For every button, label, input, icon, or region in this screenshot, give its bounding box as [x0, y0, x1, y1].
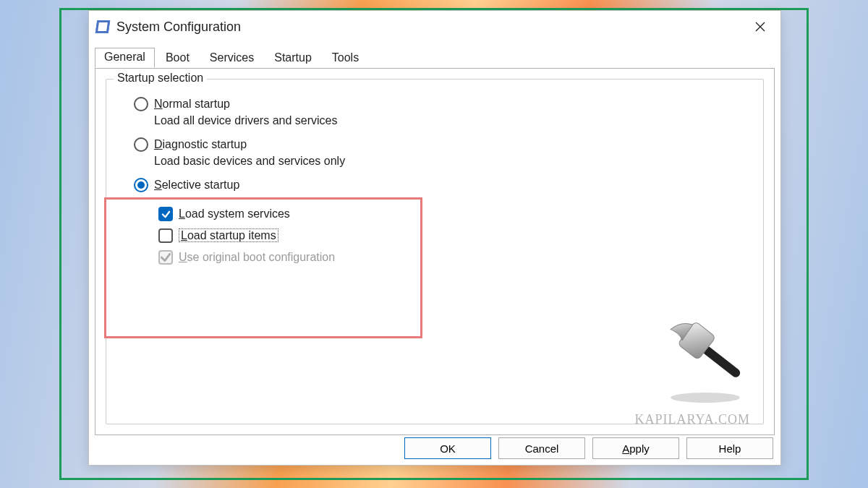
group-startup-selection: Startup selection Normal startup Load al…	[106, 79, 764, 424]
tab-services[interactable]: Services	[200, 48, 263, 68]
tab-panel-general: Startup selection Normal startup Load al…	[95, 68, 775, 435]
radio-icon	[134, 97, 148, 111]
system-configuration-window: System Configuration General Boot Servic…	[88, 10, 781, 466]
radio-icon	[134, 137, 148, 152]
tab-startup[interactable]: Startup	[265, 48, 321, 68]
radio-icon	[134, 178, 148, 192]
ok-button[interactable]: OK	[404, 437, 491, 459]
checkbox-label: Load system services	[179, 207, 290, 221]
tab-bar: General Boot Services Startup Tools	[89, 43, 780, 68]
checkbox-label: Load startup items	[179, 229, 278, 242]
tab-tools[interactable]: Tools	[323, 48, 368, 68]
close-button[interactable]	[740, 11, 780, 43]
radio-label: Selective startup	[154, 179, 239, 192]
titlebar: System Configuration	[89, 11, 780, 43]
radio-normal-startup[interactable]: Normal startup	[134, 97, 749, 111]
close-icon	[755, 22, 765, 32]
checkbox-icon	[158, 250, 173, 265]
checkbox-icon	[158, 207, 173, 221]
msconfig-icon	[95, 20, 111, 33]
dialog-button-row: OK Cancel Apply Help	[404, 437, 773, 459]
window-title: System Configuration	[116, 20, 740, 35]
help-button[interactable]: Help	[686, 437, 773, 459]
radio-normal-desc: Load all device drivers and services	[154, 114, 749, 127]
tab-general[interactable]: General	[95, 48, 155, 68]
radio-label: Diagnostic startup	[154, 138, 247, 151]
apply-button[interactable]: Apply	[592, 437, 679, 459]
group-title: Startup selection	[114, 72, 207, 85]
checkbox-load-startup-items[interactable]: Load startup items	[158, 228, 749, 243]
radio-diagnostic-startup[interactable]: Diagnostic startup	[134, 137, 749, 152]
checkbox-use-original-boot-config: Use original boot configuration	[158, 250, 749, 265]
radio-selective-startup[interactable]: Selective startup	[134, 178, 749, 192]
cancel-button[interactable]: Cancel	[498, 437, 585, 459]
checkbox-load-system-services[interactable]: Load system services	[158, 207, 749, 221]
radio-diagnostic-desc: Load basic devices and services only	[154, 155, 749, 168]
tab-boot[interactable]: Boot	[156, 48, 199, 68]
radio-label: Normal startup	[154, 98, 230, 111]
checkbox-label: Use original boot configuration	[179, 251, 335, 264]
checkbox-icon	[158, 228, 173, 243]
